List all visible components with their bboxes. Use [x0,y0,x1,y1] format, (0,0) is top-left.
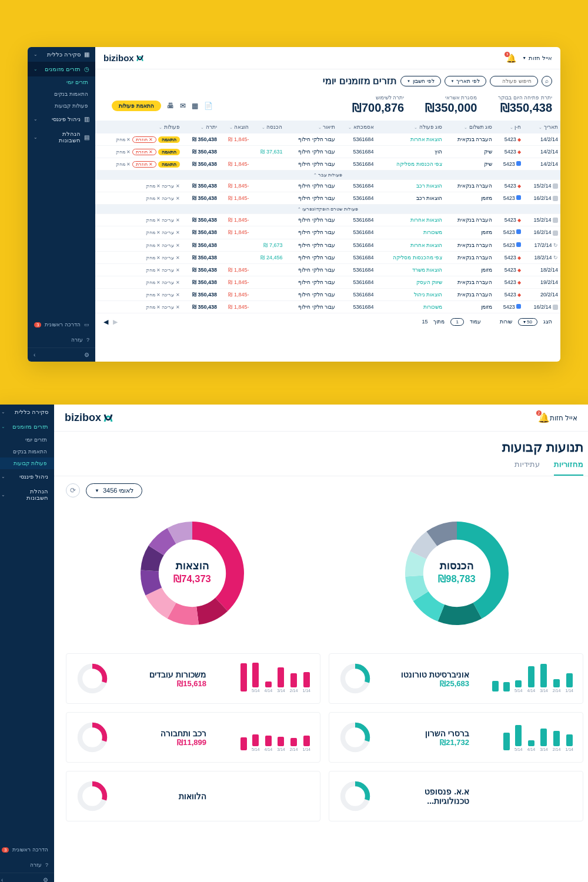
gear-icon[interactable]: ⚙ [84,352,89,358]
summary-label: יתרת פתיחה היום בבוקר [498,95,552,101]
collapse-icon[interactable]: › [1,877,3,882]
pager-label: שורות [500,319,512,325]
col-header[interactable]: פעולות ⌄ [95,121,182,133]
nav-accounting[interactable]: הנהלת חשבונות⌄ [0,484,54,505]
sidebar-footer: ⚙› [28,348,95,362]
export-xls-icon[interactable]: ▦ [192,102,198,110]
category-card[interactable]: 1/142/143/144/145/14 רכב ותחבורה₪11,899 [66,712,320,763]
category-card[interactable]: א.א. פנסופט טכנולוגיות... [329,771,583,821]
user-menu[interactable]: אייל חזות▼ [522,55,552,61]
tab-future[interactable]: עתידיות [514,460,540,476]
cards: 1/142/143/144/145/14 ברסרי השרון₪21,732 … [54,712,588,763]
table-row: 15/2/14◆ 5423העברה בנקאית הוצאות אחרות53… [95,214,560,226]
page-select[interactable]: 1 [450,318,463,326]
bell-icon[interactable]: 🔔2 [538,412,550,423]
card-value: ₪11,899 [118,738,206,747]
pager-label: מתוך [433,319,445,325]
page-title: תנועות קבועות [54,432,588,456]
col-header[interactable]: יתרה ⌄ [182,121,219,133]
table-row: 15/2/14◆ 5423העברה בנקאית הוצאות רכב5361… [95,180,560,192]
col-header[interactable]: סוג פעולה ⌄ [376,121,445,133]
help-onboarding[interactable]: ▭הדרכה ראשונית3 [28,317,95,332]
nav-overview[interactable]: ▦סקירה כללית⌄ [28,47,95,62]
cards: 1/142/143/144/145/14 אוניברסיטת טורונטו₪… [54,653,588,704]
match-actions-button[interactable]: התאמת פעולות [112,101,161,111]
sub-fixed[interactable]: פעולות קבועות [28,100,95,112]
col-header[interactable]: הוצאה ⌄ [219,121,251,133]
sidebar-footer: ⚙› [0,873,54,882]
donut-income: הכנסות₪98,783 [342,509,572,638]
nav-accounting[interactable]: ▤הנהלת חשבונות⌄ [28,126,95,148]
category-card[interactable]: 1/142/143/144/145/14 ברסרי השרון₪21,732 [329,712,583,763]
card-value: ₪15,618 [118,679,206,688]
controls-row: תזרים מזומנים יומי לפי חשבון▼ לפי תאריך▼… [95,69,560,92]
transactions-table: תאריך ⌄ח-ן ⌄סוג תשלום ⌄סוג פעולה ⌄אסמכתא… [95,121,560,313]
table-row: 20/2/14◆ 5423העברה בנקאית הוצאות ניהול53… [95,288,560,300]
nav-cashflow[interactable]: תזרים מזומנים⌄ [0,419,54,434]
col-header[interactable]: תאריך ⌄ [523,121,560,133]
collapse-icon[interactable]: › [34,352,35,358]
brand: bizibox [65,412,113,424]
search-icon[interactable]: ⌕ [542,76,552,86]
svg-text:הוצאות: הוצאות [175,560,209,572]
nav-cashflow[interactable]: ◷תזרים מזומנים⌄ [28,62,95,76]
sub-fixed[interactable]: פעולות קבועות [0,457,54,469]
nav-finance[interactable]: ניהול פיננסי⌄ [0,469,54,484]
help[interactable]: ?עזרה [28,332,95,348]
category-card[interactable]: 1/142/143/144/145/14 משכורות עובדים₪15,6… [66,653,320,704]
main-panel: bizibox 🔔2 אייל חזות תנועות קבועות מחזור… [54,405,588,882]
export-pdf-icon[interactable]: 📄 [204,102,213,110]
card-title: רכב ותחבורה [118,729,206,738]
sub-bank-match[interactable]: התאמות בנקים [0,446,54,457]
tabs: מחזוריות עתידיות [54,460,588,476]
nav-finance[interactable]: ▥ניהול פיננסי⌄ [28,112,95,126]
account-select[interactable]: לאומי 3456▼ [86,483,142,498]
table-row: 16/2/14 5423מזומן הוצאות רכב5361684עבור … [95,192,560,205]
col-header[interactable]: תיאור ⌄ [285,121,338,133]
mini-bar-chart: 1/142/143/144/145/14 [216,723,310,751]
help-onboarding[interactable]: הדרכה ראשונית3 [0,842,54,857]
search-input[interactable] [490,76,538,86]
tab-recurring[interactable]: מחזוריות [554,460,583,476]
col-header[interactable]: סוג תשלום ⌄ [445,121,495,133]
prev-page-icon[interactable]: ▶ [113,318,118,326]
help[interactable]: ?עזרה [0,857,54,873]
print-icon[interactable]: 🖶 [167,102,174,110]
next-page-icon[interactable]: ◀ [103,318,108,326]
col-header[interactable]: אסמכתא ⌄ [338,121,376,133]
sub-daily[interactable]: תזרים יומי [28,76,95,88]
summary-value: ₪700,876 [352,101,404,115]
mini-bar-chart: 1/142/143/144/145/14 [479,723,573,751]
mail-icon[interactable]: ✉ [180,102,186,110]
dashboard-window-daily-cashflow: ▦סקירה כללית⌄ ◷תזרים מזומנים⌄ תזרים יומי… [28,47,560,362]
gear-icon[interactable]: ⚙ [43,877,48,882]
main-panel: bizibox 🔔3 אייל חזות▼ תזרים מזומנים יומי… [95,47,560,362]
rows-select[interactable]: 50 ▾ [518,318,537,326]
svg-text:₪98,783: ₪98,783 [438,573,475,584]
table-row: 14/2/14 5423שיק צפי הכנסות מסליקה5361684… [95,158,560,171]
col-header[interactable]: הכנסה ⌄ [251,121,285,133]
sidebar: סקירה כללית⌄ תזרים מזומנים⌄ תזרים יומי ה… [0,405,54,882]
nav-overview[interactable]: סקירה כללית⌄ [0,405,54,419]
summary-row: יתרת פתיחה היום בבוקר₪350,438 מסגרת אשרא… [95,92,560,121]
logo-icon [136,54,143,62]
table-row: 16/2/14 5423מזומן משכורות5361684עבור חלק… [95,300,560,313]
category-card[interactable]: הלוואות [66,771,320,821]
pager-label: הצג [543,319,552,325]
category-card[interactable]: 1/142/143/144/145/14 אוניברסיטת טורונטו₪… [329,653,583,704]
donuts-row: הכנסות₪98,783 הוצאות₪74,373 [54,505,588,653]
dashboard-window-fixed-transactions: סקירה כללית⌄ תזרים מזומנים⌄ תזרים יומי ה… [0,405,588,882]
sub-daily[interactable]: תזרים יומי [0,434,54,446]
refresh-icon[interactable]: ⟳ [66,483,80,497]
logo-icon [103,413,113,423]
cards: א.א. פנסופט טכנולוגיות... הלוואות [54,771,588,821]
bell-icon[interactable]: 🔔3 [506,54,516,63]
col-header[interactable]: ח-ן ⌄ [495,121,523,133]
action-bar: 📄 ▦ ✉ 🖶 התאמת פעולות [103,101,221,115]
filter-date[interactable]: לפי תאריך▼ [445,76,486,86]
user-menu[interactable]: אייל חזות [550,414,577,422]
svg-text:₪74,373: ₪74,373 [173,573,211,584]
sub-bank-match[interactable]: התאמות בנקים [28,88,95,100]
table-row: 16/2/14 5423מזומן משכורות5361684עבור חלק… [95,226,560,239]
filter-account[interactable]: לפי חשבון▼ [400,76,440,86]
